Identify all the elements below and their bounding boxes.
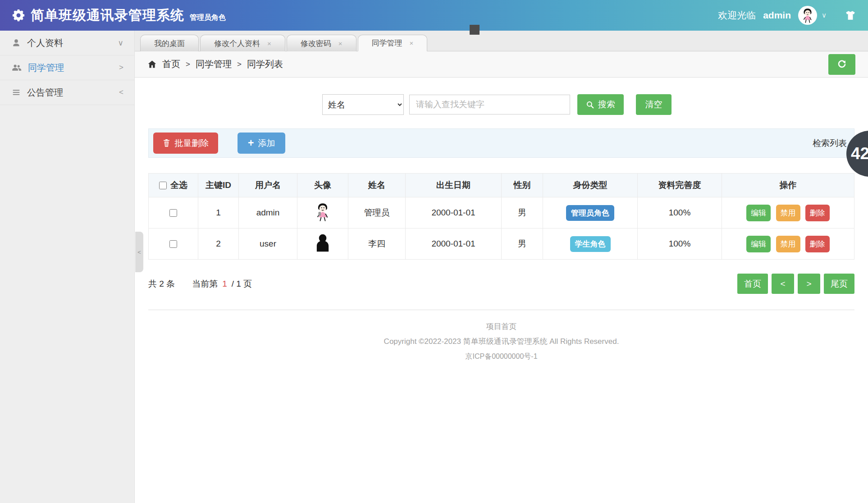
column-header: 主键ID [198,174,239,197]
sidebar-item-profile[interactable]: 个人资料 ∨ [0,31,134,55]
edit-button[interactable]: 编辑 [746,236,771,252]
tab-label: 修改个人资料 [214,38,260,49]
breadcrumb-student-list[interactable]: 同学列表 [247,58,283,70]
cell-avatar [297,197,348,229]
pagination-buttons: 首页 < > 尾页 [737,274,854,294]
row-checkbox[interactable] [169,240,177,248]
tab-label: 同学管理 [372,38,402,48]
role-badge[interactable]: 管理员角色 [566,205,614,221]
avatar-silhouette [313,233,332,253]
batch-delete-button[interactable]: 批量删除 [153,133,218,154]
cell-gender: 男 [502,197,543,229]
delete-button[interactable]: 删除 [805,236,830,252]
table-row: 2 user 李四 2000-01-01 男 学生角色 [149,229,854,260]
edit-button[interactable]: 编辑 [746,205,771,221]
theme-tshirt-icon[interactable] [845,9,856,21]
close-icon[interactable]: × [267,40,271,47]
pagination-info: 共 2 条 当前第1/ 1 页 [148,278,252,290]
column-header: 身份类型 [543,174,638,197]
add-button[interactable]: + 添加 [238,133,285,154]
column-header: 操作 [722,174,854,197]
prev-page-button[interactable]: < [772,274,794,294]
column-header: 出生日期 [406,174,502,197]
cell-username: user [239,229,297,260]
cell-birthday: 2000-01-01 [406,197,502,229]
first-page-button[interactable]: 首页 [737,274,768,294]
page-footer: 项目首页 Copyright ©2022-2023 简单班级通讯录管理系统 Al… [148,310,854,366]
toolbar-panel: 批量删除 + 添加 检索列表 [148,128,854,158]
breadcrumb-row: 首页 > 同学管理 > 同学列表 [135,51,868,78]
current-page-prefix: 当前第 [192,279,218,288]
disable-button[interactable]: 禁用 [776,205,800,221]
avatar-cartoon-girl [312,201,333,222]
home-icon [147,59,157,69]
panel-title: 检索列表 [813,137,850,149]
search-button-label: 搜索 [598,99,615,110]
search-row: 姓名 搜索 清空 [135,78,868,128]
breadcrumb-separator: > [237,60,242,69]
clear-button[interactable]: 清空 [636,94,672,115]
search-button[interactable]: 搜索 [577,94,624,115]
refresh-button[interactable] [828,54,855,75]
sidebar-item-label: 个人资料 [27,37,63,49]
dark-square-artifact [470,25,480,35]
column-header: 性别 [502,174,543,197]
username[interactable]: admin [763,10,791,21]
row-checkbox[interactable] [169,209,177,217]
app-title: 简单班级通讯录管理系统 [31,6,184,25]
last-page-button[interactable]: 尾页 [824,274,854,294]
table-row: 1 admin [149,197,854,229]
chevron-down-icon[interactable]: ∨ [822,11,827,19]
user-avatar[interactable] [798,6,817,25]
search-input[interactable] [409,95,570,114]
chevron-right-icon: > [119,63,123,72]
footer-copyright: Copyright ©2022-2023 简单班级通讯录管理系统 All Rig… [148,336,854,347]
tab-student-management[interactable]: 同学管理 × [358,35,428,51]
chevron-left-icon: < [119,88,123,97]
disable-button[interactable]: 禁用 [776,236,800,252]
role-badge[interactable]: 学生角色 [570,236,611,252]
toolbar-buttons: 批量删除 + 添加 [153,133,285,154]
footer-project-link[interactable]: 项目首页 [148,321,854,332]
sidebar-item-students[interactable]: 同学管理 > [0,55,134,80]
add-button-label: 添加 [258,137,275,149]
user-area: 欢迎光临 admin ∨ [718,6,856,25]
search-field-select[interactable]: 姓名 [322,94,404,115]
student-table: 全选 主键ID 用户名 头像 姓名 出生日期 性别 身份类型 资料完善度 操作 … [148,173,854,260]
sidebar-collapse-handle[interactable]: < [135,232,143,272]
breadcrumb-home[interactable]: 首页 [162,58,180,70]
cell-birthday: 2000-01-01 [406,229,502,260]
select-all-header: 全选 [149,174,198,197]
cell-completeness: 100% [638,229,722,260]
column-header: 用户名 [239,174,297,197]
cell-gender: 男 [502,229,543,260]
cell-id: 2 [198,229,239,260]
person-icon [12,38,21,47]
breadcrumb-student-management[interactable]: 同学管理 [196,58,232,70]
column-header: 头像 [297,174,348,197]
collapse-arrow-icon: < [137,249,141,256]
table-header-row: 全选 主键ID 用户名 头像 姓名 出生日期 性别 身份类型 资料完善度 操作 [149,174,854,197]
tab-change-password[interactable]: 修改密码 × [287,35,356,51]
column-header: 资料完善度 [638,174,722,197]
close-icon[interactable]: × [410,39,414,47]
cell-avatar [297,229,348,260]
brand: 简单班级通讯录管理系统 管理员角色 [12,6,226,25]
select-all-checkbox[interactable] [159,182,167,189]
next-page-button[interactable]: > [798,274,820,294]
refresh-icon [836,59,847,70]
cell-actions: 编辑 禁用 删除 [722,197,854,229]
plus-icon: + [248,138,254,148]
pagination-row: 共 2 条 当前第1/ 1 页 首页 < > 尾页 [148,274,854,294]
cell-id: 1 [198,197,239,229]
delete-button[interactable]: 删除 [805,205,830,221]
users-icon [12,63,22,72]
tab-my-desktop[interactable]: 我的桌面 [140,35,199,51]
column-header: 姓名 [348,174,406,197]
sidebar-item-label: 同学管理 [28,62,64,74]
close-icon[interactable]: × [338,40,343,47]
column-header: 全选 [170,180,187,190]
sidebar-item-announcements[interactable]: 公告管理 < [0,80,134,105]
tab-edit-profile[interactable]: 修改个人资料 × [200,35,285,51]
cell-username: admin [239,197,297,229]
